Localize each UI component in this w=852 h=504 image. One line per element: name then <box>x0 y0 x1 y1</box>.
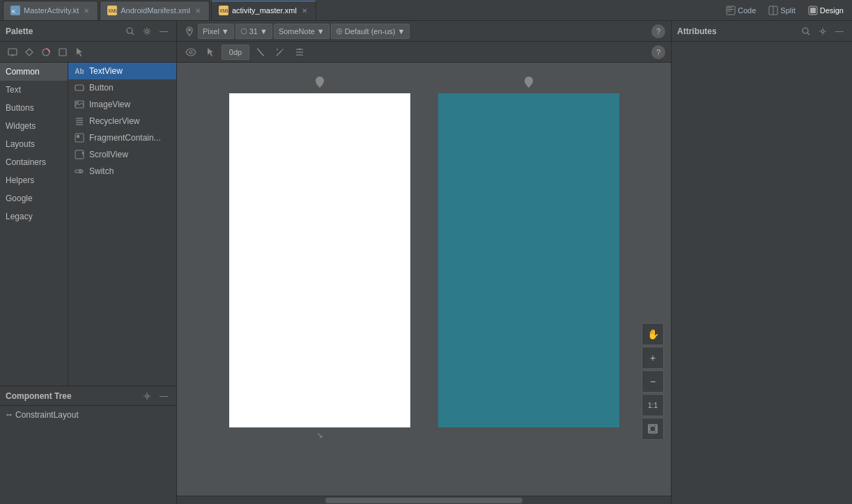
theme-dropdown[interactable]: SomeNote ▼ <box>274 24 330 39</box>
attr-settings-icon[interactable] <box>816 24 830 38</box>
component-switch[interactable]: Switch <box>68 163 176 180</box>
attr-search-icon[interactable] <box>799 24 813 38</box>
component-textview-label: TextView <box>89 66 123 76</box>
code-view-label: Code <box>738 6 756 15</box>
tree-item-constraintlayout[interactable]: ConstraintLayout <box>6 409 171 421</box>
code-view-button[interactable]: Code <box>720 3 761 17</box>
component-switch-label: Switch <box>89 166 114 176</box>
svg-point-14 <box>127 28 132 33</box>
tree-header: Component Tree — <box>0 386 176 406</box>
tab-activitymaster-label: activity_master.xml <box>232 6 297 15</box>
category-legacy[interactable]: Legacy <box>0 207 68 226</box>
svg-point-36 <box>146 395 148 397</box>
design-view-button[interactable]: Design <box>803 3 849 17</box>
palette-minimize-icon[interactable]: — <box>157 24 171 38</box>
palette-square-icon[interactable] <box>56 45 70 59</box>
tab-bar: K MasterActivity.kt ✕ XML AndroidManifes… <box>0 0 852 21</box>
palette-search-icon[interactable] <box>123 24 137 38</box>
category-containers[interactable]: Containers <box>0 153 68 171</box>
palette-settings-icon[interactable] <box>140 24 154 38</box>
device-frame-2 <box>438 77 619 427</box>
category-buttons[interactable]: Buttons <box>0 99 68 117</box>
fit-screen-btn[interactable] <box>642 418 664 440</box>
zoom-out-btn[interactable]: − <box>642 370 664 393</box>
svg-point-37 <box>188 29 191 31</box>
device-screen-teal[interactable] <box>438 93 619 427</box>
tab-activitymaster[interactable]: XML activity_master.xml ✕ <box>211 1 316 20</box>
canvas-scroll[interactable]: ↘ <box>177 63 671 496</box>
svg-point-24 <box>77 102 79 104</box>
tree-content: ConstraintLayout <box>0 406 176 424</box>
tree-minimize-icon[interactable]: — <box>157 389 171 403</box>
component-fragment-label: FragmentContain... <box>89 133 161 143</box>
svg-text:XML: XML <box>219 8 229 13</box>
svg-text:K: K <box>12 8 16 15</box>
tab-androidmanifest-label: AndroidManifest.xml <box>121 6 190 15</box>
device-dropdown[interactable]: Pixel ▼ <box>198 24 234 39</box>
design-help-btn[interactable]: ? <box>651 45 665 59</box>
svg-rect-21 <box>59 49 66 56</box>
device-resize-handle[interactable]: ↘ <box>316 430 323 440</box>
tree-settings-icon[interactable] <box>140 389 154 403</box>
svg-line-15 <box>132 33 134 35</box>
align-btn[interactable] <box>291 44 308 61</box>
category-layouts[interactable]: Layouts <box>0 135 68 153</box>
tab-androidmanifest[interactable]: XML AndroidManifest.xml ✕ <box>100 1 210 20</box>
zoom-in-btn[interactable]: + <box>642 347 664 369</box>
svg-text:XML: XML <box>108 8 117 13</box>
palette-title: Palette <box>6 26 33 36</box>
tab-masterkotlin[interactable]: K MasterActivity.kt ✕ <box>3 1 98 20</box>
eye-btn[interactable] <box>183 44 199 61</box>
kotlin-file-icon: K <box>10 6 20 15</box>
split-view-button[interactable]: Split <box>763 3 800 17</box>
component-scrollview[interactable]: ScrollView <box>68 146 176 163</box>
tab-androidmanifest-close[interactable]: ✕ <box>194 6 202 15</box>
h-scrollbar-thumb[interactable] <box>325 498 523 503</box>
svg-point-41 <box>189 51 192 54</box>
component-recyclerview-label: RecyclerView <box>89 116 139 126</box>
palette-display-icon[interactable] <box>6 45 20 59</box>
path-btn[interactable] <box>252 44 269 61</box>
category-common[interactable]: Common <box>0 63 68 81</box>
help-button[interactable]: ? <box>651 24 665 38</box>
attributes-title: Attributes <box>677 26 717 36</box>
switch-icon <box>74 166 85 177</box>
component-recyclerview[interactable]: RecyclerView <box>68 113 176 129</box>
svg-rect-50 <box>650 426 656 432</box>
tab-activitymaster-close[interactable]: ✕ <box>300 6 309 15</box>
component-textview[interactable]: Ab TextView <box>68 63 176 79</box>
category-helpers[interactable]: Helpers <box>0 171 68 189</box>
wand-btn[interactable] <box>272 44 288 61</box>
tab-masterkotlin-close[interactable]: ✕ <box>82 6 91 15</box>
component-imageview[interactable]: ImageView <box>68 96 176 113</box>
api-dropdown[interactable]: 31 ▼ <box>235 24 272 39</box>
canvas-area: ↘ ✋ + − 1:1 <box>177 63 671 496</box>
split-view-label: Split <box>780 6 795 15</box>
svg-point-51 <box>803 28 808 33</box>
cursor-btn[interactable] <box>202 44 219 61</box>
margin-input[interactable] <box>222 45 249 60</box>
button-icon <box>74 82 85 93</box>
left-panel: Palette — <box>0 21 177 504</box>
device-pin-icon[interactable] <box>183 24 196 38</box>
component-scrollview-label: ScrollView <box>89 150 128 159</box>
component-fragment[interactable]: FragmentContain... <box>68 129 176 146</box>
design-view-label: Design <box>820 6 844 15</box>
category-widgets[interactable]: Widgets <box>0 117 68 135</box>
palette-transform-icon[interactable] <box>22 45 36 59</box>
palette-cursor-icon[interactable] <box>72 45 86 59</box>
category-text[interactable]: Text <box>0 81 68 99</box>
api-dropdown-arrow: ▼ <box>260 27 268 36</box>
design-toolbar: ? <box>177 42 671 63</box>
pan-btn[interactable]: ✋ <box>642 323 664 345</box>
attr-minimize-icon[interactable]: — <box>832 24 846 38</box>
imageview-icon <box>74 99 85 110</box>
zoom-ratio-btn[interactable]: 1:1 <box>642 394 664 416</box>
device-screen-white[interactable] <box>229 93 410 427</box>
category-google[interactable]: Google <box>0 189 68 207</box>
component-button[interactable]: Button <box>68 79 176 96</box>
h-scrollbar[interactable] <box>177 496 671 504</box>
palette-color-icon[interactable] <box>39 45 53 59</box>
locale-dropdown[interactable]: Default (en-us) ▼ <box>331 24 410 39</box>
attributes-panel: Attributes — <box>671 21 852 504</box>
